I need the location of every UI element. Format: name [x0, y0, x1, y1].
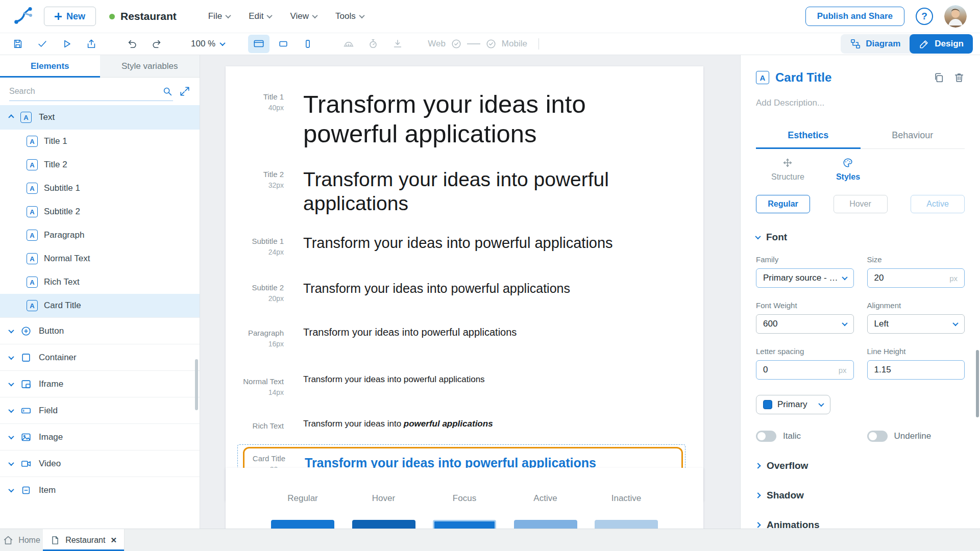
sample-text[interactable]: Transform your ideas into powerful appli…: [303, 167, 681, 216]
device-desktop-button[interactable]: [248, 35, 270, 53]
sidebar-group-button[interactable]: Button: [0, 317, 200, 344]
arch-button[interactable]: [338, 35, 359, 53]
canvas-sample-title-2[interactable]: Title 2 32px Transform your ideas into p…: [226, 167, 703, 216]
state-hover[interactable]: Hover: [351, 493, 417, 529]
device-phone-button[interactable]: [297, 35, 318, 53]
sidebar-item-title-1[interactable]: Title 1: [0, 130, 200, 153]
save-button[interactable]: [7, 35, 29, 53]
sidebar-item-normal-text[interactable]: Normal Text: [0, 247, 200, 270]
sidebar-group-text[interactable]: Text: [0, 105, 200, 130]
subtab-styles[interactable]: Styles: [836, 157, 860, 182]
tab-behaviour[interactable]: Behaviour: [861, 123, 965, 148]
button-preview-focus[interactable]: [433, 520, 496, 529]
state-hover-button[interactable]: Hover: [834, 195, 888, 213]
help-button[interactable]: [916, 8, 933, 25]
button-preview-regular[interactable]: [271, 520, 334, 529]
tab-elements[interactable]: Elements: [0, 55, 100, 78]
sidebar-group-field[interactable]: Field: [0, 397, 200, 423]
timer-button[interactable]: [362, 35, 384, 53]
publish-and-share-button[interactable]: Publish and Share: [805, 7, 904, 26]
state-active[interactable]: Active: [512, 493, 579, 529]
button-preview-inactive[interactable]: [595, 520, 658, 529]
export-button[interactable]: [81, 35, 102, 53]
app-logo[interactable]: [13, 6, 34, 27]
state-active-button[interactable]: Active: [911, 195, 965, 213]
letter-spacing-input[interactable]: [763, 365, 826, 375]
state-inactive[interactable]: Inactive: [593, 493, 659, 529]
tab-restaurant[interactable]: Restaurant: [43, 529, 125, 551]
design-canvas[interactable]: Title 1 40px Transform your ideas into p…: [200, 55, 740, 529]
zoom-select[interactable]: 100 %: [187, 39, 229, 49]
sidebar-item-subtitle-1[interactable]: Subtitle 1: [0, 177, 200, 200]
sidebar-group-iframe[interactable]: Iframe: [0, 370, 200, 397]
search-input[interactable]: [9, 87, 158, 96]
state-focus[interactable]: Focus: [431, 493, 498, 529]
mobile-check-icon[interactable]: [485, 38, 497, 49]
canvas-sample-paragraph[interactable]: Paragraph 16px Transform your ideas into…: [226, 326, 703, 348]
state-regular-button[interactable]: Regular: [756, 195, 810, 213]
sidebar-scrollbar[interactable]: [195, 359, 198, 410]
sidebar-item-title-2[interactable]: Title 2: [0, 153, 200, 177]
sidebar-item-subtitle-2[interactable]: Subtitle 2: [0, 200, 200, 223]
sidebar-group-video[interactable]: Video: [0, 450, 200, 477]
download-button[interactable]: [387, 35, 408, 53]
sample-text[interactable]: Transform your ideas into powerful appli…: [303, 419, 493, 429]
canvas-sample-rich-text[interactable]: Rich Text Transform your ideas into powe…: [226, 419, 703, 433]
sample-text[interactable]: Transform your ideas into powerful appli…: [303, 374, 485, 385]
line-height-input[interactable]: [874, 365, 937, 375]
overflow-section-header[interactable]: Overflow: [756, 460, 965, 471]
underline-toggle[interactable]: [867, 431, 888, 442]
sample-text[interactable]: Transform your ideas into powerful appli…: [303, 281, 570, 296]
sidebar-item-rich-text[interactable]: Rich Text: [0, 270, 200, 294]
new-button[interactable]: New: [44, 7, 96, 26]
alignment-select[interactable]: Left: [867, 314, 965, 334]
font-weight-select[interactable]: 600: [756, 314, 854, 334]
tab-home[interactable]: Home: [0, 529, 43, 551]
design-mode-button[interactable]: Design: [910, 34, 973, 54]
sidebar-item-paragraph[interactable]: Paragraph: [0, 223, 200, 247]
close-tab-icon[interactable]: [110, 536, 117, 545]
validate-button[interactable]: [32, 35, 53, 53]
button-preview-active[interactable]: [514, 520, 577, 529]
font-family-select[interactable]: Primary source - R...: [756, 268, 854, 288]
font-section-header[interactable]: Font: [756, 232, 965, 243]
menu-edit[interactable]: Edit: [249, 11, 272, 21]
canvas-sample-normal-text[interactable]: Normal Text 14px Transform your ideas in…: [226, 374, 703, 396]
device-tablet-button[interactable]: [273, 35, 294, 53]
shadow-section-header[interactable]: Shadow: [756, 490, 965, 501]
tab-style-variables[interactable]: Style variables: [100, 55, 200, 78]
subtab-structure[interactable]: Structure: [771, 157, 804, 182]
canvas-sample-subtitle-2[interactable]: Subtitle 2 20px Transform your ideas int…: [226, 281, 703, 303]
sample-text[interactable]: Transform your ideas into powerful appli…: [303, 90, 681, 149]
sidebar-item-card-title[interactable]: Card Title: [0, 294, 200, 317]
button-preview-hover[interactable]: [352, 520, 415, 529]
sample-text[interactable]: Transform your ideas into powerful appli…: [303, 234, 613, 252]
expand-icon[interactable]: [179, 86, 190, 97]
window-scrollbar[interactable]: [976, 350, 979, 417]
description-placeholder[interactable]: Add Description...: [756, 98, 965, 108]
italic-toggle[interactable]: [756, 431, 776, 442]
preview-button[interactable]: [56, 35, 78, 53]
tab-esthetics[interactable]: Esthetics: [756, 123, 861, 148]
undo-button[interactable]: [121, 35, 143, 53]
sample-text[interactable]: Transform your ideas into powerful appli…: [303, 326, 517, 338]
diagram-mode-button[interactable]: Diagram: [841, 34, 910, 54]
menu-file[interactable]: File: [208, 11, 230, 21]
sidebar-group-container[interactable]: Container: [0, 344, 200, 370]
state-regular[interactable]: Regular: [270, 493, 336, 529]
font-color-select[interactable]: Primary: [756, 395, 830, 414]
canvas-sample-title-1[interactable]: Title 1 40px Transform your ideas into p…: [226, 90, 703, 149]
avatar[interactable]: [944, 5, 967, 28]
search-icon[interactable]: [162, 86, 173, 97]
animations-section-header[interactable]: Animations: [756, 519, 965, 531]
sidebar-group-image[interactable]: Image: [0, 423, 200, 450]
font-size-input[interactable]: [874, 273, 937, 283]
delete-icon[interactable]: [953, 72, 965, 83]
duplicate-icon[interactable]: [933, 72, 944, 83]
redo-button[interactable]: [146, 35, 167, 53]
menu-view[interactable]: View: [290, 11, 317, 21]
web-check-icon[interactable]: [451, 38, 462, 49]
canvas-sample-subtitle-1[interactable]: Subtitle 1 24px Transform your ideas int…: [226, 234, 703, 256]
menu-tools[interactable]: Tools: [335, 11, 364, 21]
sidebar-group-item[interactable]: Item: [0, 477, 200, 503]
